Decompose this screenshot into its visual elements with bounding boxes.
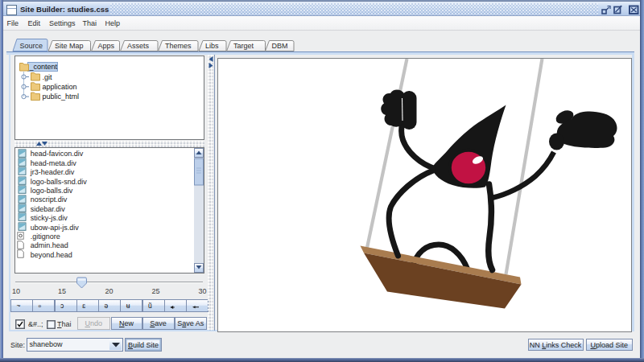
svg-text:Libs: Libs — [205, 42, 219, 50]
svg-text:Source: Source — [20, 42, 43, 50]
svg-text:DBM: DBM — [272, 42, 288, 50]
svg-text:Apps: Apps — [98, 42, 115, 50]
svg-text:Assets: Assets — [127, 42, 150, 50]
svg-text:Themes: Themes — [165, 42, 192, 50]
svg-text:Site Map: Site Map — [55, 42, 84, 50]
svg-text:Target: Target — [233, 42, 254, 50]
